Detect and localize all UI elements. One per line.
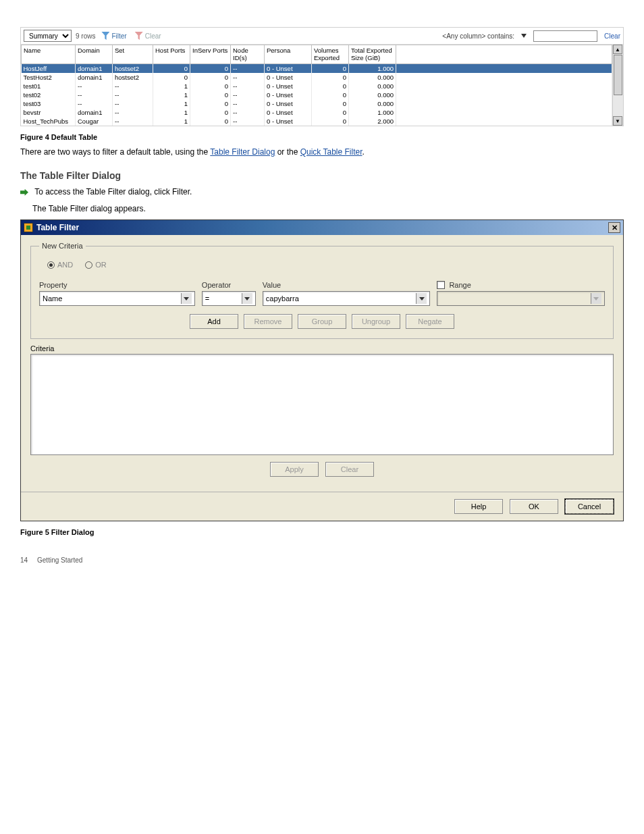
radio-icon <box>47 261 55 269</box>
new-criteria-legend: New Criteria <box>39 242 86 250</box>
chevron-down-icon <box>591 293 601 304</box>
table-cell: 0 <box>190 73 231 82</box>
range-label: Range <box>449 281 471 289</box>
value-select[interactable]: capybarra <box>263 291 431 306</box>
search-column-dropdown-icon[interactable] <box>521 34 527 38</box>
table-row[interactable]: test03----10--0 - Unset00.000 <box>22 99 612 108</box>
scroll-thumb[interactable] <box>614 55 622 95</box>
table-cell: 0 - Unset <box>265 99 312 108</box>
col-inservports[interactable]: InServ Ports <box>190 45 231 64</box>
table-row[interactable]: test01----10--0 - Unset00.000 <box>22 82 612 90</box>
dialog-title: Table Filter <box>36 223 608 232</box>
col-domain[interactable]: Domain <box>76 45 113 64</box>
col-hostports[interactable]: Host Ports <box>153 45 190 64</box>
value-label: Value <box>263 281 431 289</box>
add-button[interactable]: Add <box>190 314 238 329</box>
table-cell: bevstr <box>22 108 76 117</box>
step-arrow-icon <box>20 189 28 196</box>
intro-paragraph: There are two ways to filter a default t… <box>20 147 624 158</box>
table-cell: Host_TechPubs <box>22 117 76 126</box>
table-cell: 1.000 <box>349 108 396 117</box>
default-table-select[interactable]: Summary <box>24 30 72 42</box>
table-cell: 0 <box>153 73 190 82</box>
step1-text: To access the Table Filter dialog, click… <box>20 186 624 198</box>
table-cell: 0 <box>153 64 190 74</box>
clear-search-link[interactable]: Clear <box>604 32 620 40</box>
table-cell: -- <box>76 99 113 108</box>
table-filter-dialog: Table Filter ✕ New Criteria AND OR <box>20 219 624 521</box>
table-cell: hostset2 <box>113 73 153 82</box>
criteria-label: Criteria <box>30 344 614 353</box>
or-radio[interactable]: OR <box>85 261 107 269</box>
chapter-name: Getting Started <box>37 556 82 564</box>
col-filler <box>396 45 612 64</box>
table-cell: TestHost2 <box>22 73 76 82</box>
new-criteria-group: New Criteria AND OR Property <box>30 242 614 339</box>
col-totsize[interactable]: Total Exported Size (GiB) <box>349 45 396 64</box>
table-cell: -- <box>113 108 153 117</box>
table-cell: 0.000 <box>349 73 396 82</box>
table-cell: 0 - Unset <box>265 108 312 117</box>
table-cell <box>396 73 612 82</box>
app-icon <box>24 223 33 232</box>
table-cell <box>396 108 612 117</box>
filter-button[interactable]: Filter <box>99 31 128 41</box>
table-cell: -- <box>231 99 265 108</box>
table-cell: 0 - Unset <box>265 73 312 82</box>
table-cell: 0 - Unset <box>265 117 312 126</box>
search-input[interactable] <box>533 30 597 42</box>
criteria-listbox[interactable] <box>30 354 614 455</box>
table-cell: 2.000 <box>349 117 396 126</box>
col-set[interactable]: Set <box>113 45 153 64</box>
col-persona[interactable]: Persona <box>265 45 312 64</box>
col-nodeids[interactable]: Node ID(s) <box>231 45 265 64</box>
search-label: <Any column> contains: <box>442 32 514 40</box>
table-cell: -- <box>231 90 265 99</box>
row-count: 9 rows <box>76 32 95 40</box>
col-volsexp[interactable]: Volumes Exported <box>312 45 349 64</box>
table-cell: -- <box>231 108 265 117</box>
table-cell: -- <box>76 90 113 99</box>
table-row[interactable]: test02----10--0 - Unset00.000 <box>22 90 612 99</box>
table-row[interactable]: Host_TechPubsCougar--10--0 - Unset02.000 <box>22 117 612 126</box>
table-cell: 0 <box>312 73 349 82</box>
clear-button[interactable]: Clear <box>325 462 374 477</box>
scroll-down-icon[interactable]: ▼ <box>613 116 622 126</box>
scroll-up-icon[interactable]: ▲ <box>613 45 622 54</box>
property-select[interactable]: Name <box>39 291 195 306</box>
cancel-button[interactable]: Cancel <box>565 499 614 514</box>
table-cell: test03 <box>22 99 76 108</box>
range-checkbox[interactable] <box>437 281 445 289</box>
ok-button[interactable]: OK <box>510 499 558 514</box>
vertical-scrollbar[interactable]: ▲ ▼ <box>612 45 623 126</box>
help-button[interactable]: Help <box>454 499 503 514</box>
table-filter-dialog-link[interactable]: Table Filter Dialog <box>210 147 275 157</box>
apply-button[interactable]: Apply <box>270 462 319 477</box>
table-cell: -- <box>113 117 153 126</box>
range-select[interactable] <box>437 291 605 306</box>
col-name[interactable]: Name <box>22 45 76 64</box>
table-cell: 0 <box>190 90 231 99</box>
data-table: Name Domain Set Host Ports InServ Ports … <box>21 45 612 126</box>
table-cell: -- <box>113 82 153 90</box>
step2-text: The Table Filter dialog appears. <box>32 203 624 215</box>
table-row[interactable]: HostJeffdomain1hostset200--0 - Unset01.0… <box>22 64 612 74</box>
table-cell: -- <box>113 99 153 108</box>
group-button[interactable]: Group <box>298 314 346 329</box>
value-select-value: capybarra <box>266 294 299 303</box>
property-label: Property <box>39 281 195 289</box>
operator-select[interactable]: = <box>202 291 256 306</box>
or-radio-label: OR <box>95 261 107 269</box>
close-button[interactable]: ✕ <box>608 222 620 233</box>
table-cell: 0.000 <box>349 82 396 90</box>
table-row[interactable]: bevstrdomain1--10--0 - Unset01.000 <box>22 108 612 117</box>
quick-table-filter-link[interactable]: Quick Table Filter <box>300 147 363 157</box>
ungroup-button[interactable]: Ungroup <box>352 314 400 329</box>
table-cell: 0 - Unset <box>265 64 312 74</box>
default-table-panel: Summary 9 rows Filter Clear <Any column>… <box>20 27 624 126</box>
table-row[interactable]: TestHost2domain1hostset200--0 - Unset00.… <box>22 73 612 82</box>
and-radio[interactable]: AND <box>47 261 73 269</box>
negate-button[interactable]: Negate <box>406 314 454 329</box>
remove-button[interactable]: Remove <box>244 314 292 329</box>
clear-filter-button[interactable]: Clear <box>133 31 163 41</box>
